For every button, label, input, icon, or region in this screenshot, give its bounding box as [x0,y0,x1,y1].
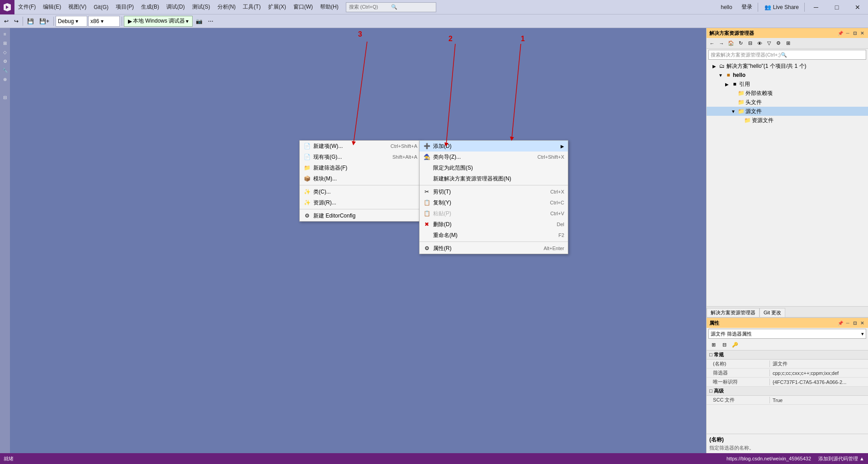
menu-project[interactable]: 项目(P) [112,0,137,14]
delete-icon: ✖ [423,221,430,228]
ctx-cut[interactable]: ✂ 剪切(T) Ctrl+X [420,186,568,197]
se-collapse-btn[interactable]: ⊟ [745,39,755,48]
tree-project[interactable]: ▼ ■ hello [707,71,868,80]
menu-help[interactable]: 帮助(H) [316,0,342,14]
menu-analyze[interactable]: 分析(N) [214,0,240,14]
ctx-existing-item-shortcut: Shift+Alt+A [392,154,417,160]
ctx-scope-label: 限定为此范围(S) [433,164,564,172]
left-sidebar: ≡ ⊞ ◇ ⚙ 🔧 ⊕ ⊟ [0,28,10,453]
run-button[interactable]: ▶ 本地 Windows 调试器 ▾ [124,16,193,27]
ctx-new-filter[interactable]: 📁 新建筛选器(F) [300,162,421,173]
menu-edit[interactable]: 编辑(E) [39,0,65,14]
se-float-btn[interactable]: ⊡ [852,30,858,36]
menu-build[interactable]: 生成(B) [137,0,163,14]
sidebar-icon-7[interactable]: ⊟ [1,93,9,101]
se-titlebar-controls: 📌 ─ ⊡ ✕ [837,30,865,36]
search-box[interactable]: 搜索 (Ctrl+Q) 🔍 [346,2,436,12]
redo-btn[interactable]: ↪ [12,16,21,27]
se-show-all-btn[interactable]: 👁 [755,39,764,48]
se-refresh-btn[interactable]: ↻ [736,39,745,48]
tree-source-files[interactable]: ▼ 📁 源文件 [707,107,868,116]
tree-solution[interactable]: ▶ 🗂 解决方案"hello"(1 个项目/共 1 个) [707,62,868,71]
ctx-scope[interactable]: 限定为此范围(S) [420,162,568,173]
props-selector[interactable]: 源文件 筛选器属性 ▾ [708,329,866,339]
menu-extensions[interactable]: 扩展(X) [264,0,290,14]
platform-dropdown[interactable]: x86 ▾ [88,16,120,27]
title-user[interactable]: hello [715,4,737,10]
sidebar-icon-3[interactable]: ◇ [1,48,9,56]
ctx-resource[interactable]: ✨ 资源(R)... [300,197,421,208]
undo-btn[interactable]: ↩ [2,16,11,27]
se-pin-btn[interactable]: 📌 [837,30,844,36]
se-settings-btn[interactable]: ⚙ [774,39,783,48]
camera-btn[interactable]: 📷 [193,16,205,27]
maximize-button[interactable]: □ [826,0,847,14]
ctx-copy-shortcut: Ctrl+C [550,200,564,205]
menu-file[interactable]: 文件(F) [14,0,39,14]
tab-git-changes[interactable]: Git 更改 [760,308,785,317]
tree-external-deps[interactable]: 📁 外部依赖项 [707,89,868,98]
search-icon: 🔍 [391,4,433,10]
sidebar-icon-5[interactable]: 🔧 [1,66,9,74]
se-minimize-btn[interactable]: ─ [844,30,851,36]
menu-tools[interactable]: 工具(T) [239,0,264,14]
props-selector-label: 源文件 筛选器属性 [711,331,752,337]
menu-test[interactable]: 测试(S) [189,0,214,14]
ctx-class[interactable]: ✨ 类(C)... [300,186,421,197]
ctx-delete[interactable]: ✖ 删除(D) Del [420,219,568,230]
sidebar-icon-6[interactable]: ⊕ [1,75,9,83]
run-icon: ▶ [128,18,132,24]
sidebar-icon-1[interactable]: ≡ [1,30,9,38]
ctx-new-item[interactable]: 📄 新建项(W)... Ctrl+Shift+A [300,141,421,152]
props-grid-btn[interactable]: ⊞ [708,341,718,350]
props-float-btn[interactable]: ⊡ [852,320,858,326]
live-share-button[interactable]: 👥 Live Share [760,0,803,14]
status-bar: 就绪 https://blog.csdn.net/weixin_45965432… [0,453,868,464]
ctx-module[interactable]: 📦 模块(M)... [300,173,421,184]
se-forward-btn[interactable]: → [717,39,726,48]
ctx-properties-shortcut: Alt+Enter [543,246,564,251]
save-btn[interactable]: 💾 [25,16,36,27]
menu-debug[interactable]: 调试(D) [163,0,189,14]
tree-references[interactable]: ▶ ■ 引用 [707,80,868,89]
tree-header-files[interactable]: 📁 头文件 [707,98,868,107]
props-close-btn[interactable]: ✕ [859,320,865,326]
props-minimize-btn[interactable]: ─ [844,320,851,326]
ctx-editorconfig[interactable]: ⚙ 新建 EditorConfig [300,210,421,221]
live-share-label: Live Share [773,4,799,10]
props-key-btn[interactable]: 🔑 [730,341,740,350]
login-btn[interactable]: 登录 [738,3,756,11]
ctx-existing-item[interactable]: 📄 现有项(G)... Shift+Alt+A [300,152,421,162]
ctx-rename[interactable]: 重命名(M) F2 [420,230,568,241]
status-source-control[interactable]: 添加到源代码管理 ▲ [818,455,864,462]
save-all-btn[interactable]: 💾+ [37,16,52,27]
se-close-btn[interactable]: ✕ [859,30,865,36]
se-home-btn[interactable]: 🏠 [726,39,736,48]
ctx-properties[interactable]: ⚙ 属性(R) Alt+Enter [420,243,568,254]
props-pin-btn[interactable]: 📌 [837,320,844,326]
ctx-new-se-view[interactable]: 新建解决方案资源管理器视图(N) [420,173,568,184]
resource-files-label: 资源文件 [752,117,774,124]
props-sort-btn[interactable]: ⊟ [719,341,729,350]
tab-solution-explorer[interactable]: 解决方案资源管理器 [707,308,760,317]
ctx-add[interactable]: ➕ 添加(D) ▶ [420,141,568,152]
svg-line-1 [446,44,455,145]
se-filter-btn[interactable]: ▽ [764,39,774,48]
menu-window[interactable]: 窗口(W) [290,0,316,14]
sidebar-icon-2[interactable]: ⊞ [1,39,9,47]
minimize-button[interactable]: ─ [806,0,826,14]
extra-btn[interactable]: ⋯ [206,16,216,27]
menu-view[interactable]: 视图(V) [65,0,90,14]
source-files-icon: 📁 [737,108,745,115]
ctx-class-wizard[interactable]: 🧙 类向导(Z)... Ctrl+Shift+X [420,152,568,162]
close-button[interactable]: ✕ [847,0,868,14]
menu-git[interactable]: Git(G) [90,0,112,14]
ext-deps-icon: 📁 [737,90,745,97]
se-back-btn[interactable]: ← [708,39,717,48]
tree-resource-files[interactable]: 📁 资源文件 [707,116,868,125]
sidebar-icon-4[interactable]: ⚙ [1,57,9,65]
se-properties-btn[interactable]: ⊞ [783,39,793,48]
debug-config-dropdown[interactable]: Debug ▾ [56,16,87,27]
se-search-box[interactable]: 搜索解决方案资源管理器(Ctrl+;) 🔍 [708,50,866,60]
ctx-copy[interactable]: 📋 复制(Y) Ctrl+C [420,197,568,208]
